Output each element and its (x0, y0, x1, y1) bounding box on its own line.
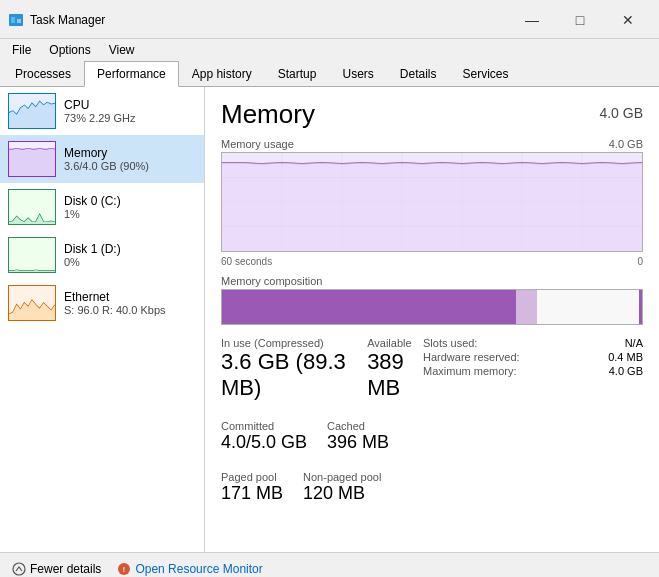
cached-value: 396 MB (327, 432, 389, 454)
stats-left: In use (Compressed) 3.6 GB (89.3 MB) Ava… (221, 337, 423, 523)
available-value: 389 MB (367, 349, 423, 402)
comp-standby (516, 290, 537, 324)
cpu-info: CPU 73% 2.29 GHz (64, 98, 196, 124)
committed-value: 4.0/5.0 GB (221, 432, 307, 454)
close-button[interactable]: ✕ (605, 6, 651, 34)
stats-section: In use (Compressed) 3.6 GB (89.3 MB) Ava… (221, 337, 643, 523)
slots-label: Slots used: (423, 337, 477, 349)
composition-label: Memory composition (221, 275, 643, 287)
app-icon (8, 12, 24, 28)
in-use-value: 3.6 GB (89.3 MB) (221, 349, 347, 402)
stat-paged: Paged pool 171 MB (221, 471, 283, 505)
usage-chart-label: Memory usage 4.0 GB (221, 138, 643, 150)
menu-options[interactable]: Options (41, 41, 98, 59)
svg-point-12 (13, 563, 25, 575)
stat-nonpaged: Non-paged pool 120 MB (303, 471, 381, 505)
memory-usage-chart (221, 152, 643, 252)
disk0-mini-chart (8, 189, 56, 225)
memory-value: 3.6/4.0 GB (90%) (64, 160, 196, 172)
sidebar-item-memory[interactable]: Memory 3.6/4.0 GB (90%) (0, 135, 204, 183)
disk0-label: Disk 0 (C:) (64, 194, 196, 208)
paged-label: Paged pool (221, 471, 283, 483)
hw-reserved-row: Hardware reserved: 0.4 MB (423, 351, 643, 363)
cpu-label: CPU (64, 98, 196, 112)
disk0-value: 1% (64, 208, 196, 220)
chevron-up-icon (12, 562, 26, 576)
max-memory-label: Maximum memory: (423, 365, 517, 377)
sidebar-item-disk0[interactable]: Disk 0 (C:) 1% (0, 183, 204, 231)
disk0-info: Disk 0 (C:) 1% (64, 194, 196, 220)
window-controls: — □ ✕ (509, 6, 651, 34)
comp-in-use (222, 290, 516, 324)
composition-label-text: Memory composition (221, 275, 322, 287)
cpu-value: 73% 2.29 GHz (64, 112, 196, 124)
fewer-details-label: Fewer details (30, 562, 101, 576)
usage-label-text: Memory usage (221, 138, 294, 150)
panel-header: Memory 4.0 GB (221, 99, 643, 130)
available-label: Available (367, 337, 423, 349)
tab-startup[interactable]: Startup (265, 61, 330, 87)
memory-composition-chart (221, 289, 643, 325)
sidebar-item-disk1[interactable]: Disk 1 (D:) 0% (0, 231, 204, 279)
time-end: 0 (637, 256, 643, 267)
resource-monitor-label: Open Resource Monitor (135, 562, 262, 576)
stat-cached: Cached 396 MB (327, 420, 389, 454)
tab-performance[interactable]: Performance (84, 61, 179, 87)
nonpaged-value: 120 MB (303, 483, 381, 505)
menu-view[interactable]: View (101, 41, 143, 59)
stat-committed: Committed 4.0/5.0 GB (221, 420, 307, 454)
chart-time-labels: 60 seconds 0 (221, 256, 643, 267)
tab-app-history[interactable]: App history (179, 61, 265, 87)
max-memory-row: Maximum memory: 4.0 GB (423, 365, 643, 377)
title-bar: Task Manager — □ ✕ (0, 0, 659, 39)
sidebar: CPU 73% 2.29 GHz Memory 3.6/4.0 GB (90%) (0, 87, 205, 552)
disk1-label: Disk 1 (D:) (64, 242, 196, 256)
ethernet-label: Ethernet (64, 290, 196, 304)
disk1-mini-chart (8, 237, 56, 273)
fewer-details-button[interactable]: Fewer details (12, 562, 101, 576)
tab-details[interactable]: Details (387, 61, 450, 87)
stats-right: Slots used: N/A Hardware reserved: 0.4 M… (423, 337, 643, 523)
main-content: CPU 73% 2.29 GHz Memory 3.6/4.0 GB (90%) (0, 87, 659, 552)
memory-mini-chart (8, 141, 56, 177)
hw-reserved-value: 0.4 MB (608, 351, 643, 363)
slots-value: N/A (625, 337, 643, 349)
ethernet-value: S: 96.0 R: 40.0 Kbps (64, 304, 196, 316)
cpu-mini-chart (8, 93, 56, 129)
memory-label: Memory (64, 146, 196, 160)
menu-file[interactable]: File (4, 41, 39, 59)
slots-row: Slots used: N/A (423, 337, 643, 349)
open-resource-monitor-button[interactable]: ! Open Resource Monitor (117, 562, 262, 576)
committed-label: Committed (221, 420, 307, 432)
time-start: 60 seconds (221, 256, 272, 267)
resource-monitor-icon: ! (117, 562, 131, 576)
stat-available: Available 389 MB (367, 337, 423, 402)
maximize-button[interactable]: □ (557, 6, 603, 34)
panel-title: Memory (221, 99, 315, 130)
sidebar-item-cpu[interactable]: CPU 73% 2.29 GHz (0, 87, 204, 135)
sidebar-item-ethernet[interactable]: Ethernet S: 96.0 R: 40.0 Kbps (0, 279, 204, 327)
svg-rect-1 (11, 17, 15, 23)
memory-info: Memory 3.6/4.0 GB (90%) (64, 146, 196, 172)
svg-text:!: ! (123, 566, 125, 573)
paged-value: 171 MB (221, 483, 283, 505)
svg-rect-2 (17, 19, 21, 23)
nonpaged-label: Non-paged pool (303, 471, 381, 483)
max-memory-value: 4.0 GB (609, 365, 643, 377)
disk1-value: 0% (64, 256, 196, 268)
cached-label: Cached (327, 420, 389, 432)
disk1-info: Disk 1 (D:) 0% (64, 242, 196, 268)
right-panel: Memory 4.0 GB Memory usage 4.0 GB (205, 87, 659, 552)
ethernet-mini-chart (8, 285, 56, 321)
menu-bar: File Options View (0, 39, 659, 61)
tab-processes[interactable]: Processes (2, 61, 84, 87)
ethernet-info: Ethernet S: 96.0 R: 40.0 Kbps (64, 290, 196, 316)
in-use-label: In use (Compressed) (221, 337, 347, 349)
tab-services[interactable]: Services (450, 61, 522, 87)
minimize-button[interactable]: — (509, 6, 555, 34)
stat-in-use: In use (Compressed) 3.6 GB (89.3 MB) (221, 337, 347, 402)
tab-users[interactable]: Users (329, 61, 386, 87)
comp-free (537, 290, 642, 324)
app-title: Task Manager (30, 13, 105, 27)
bottom-bar: Fewer details ! Open Resource Monitor (0, 552, 659, 577)
